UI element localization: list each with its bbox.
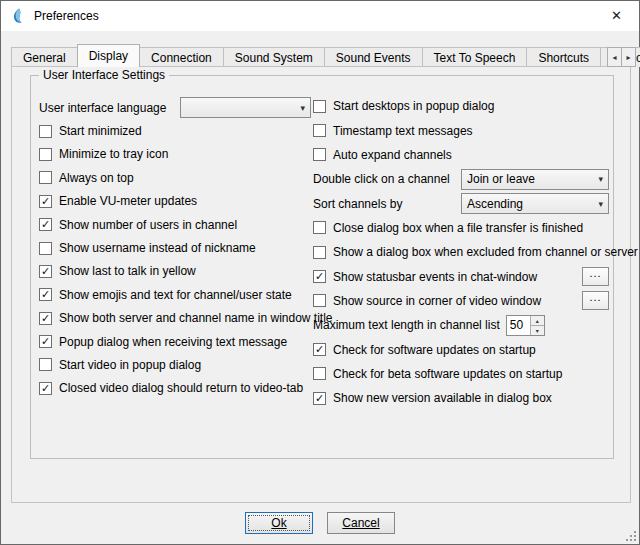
checkbox-label[interactable]: Check for beta software updates on start… [333,367,562,381]
tab-display[interactable]: Display [77,44,140,67]
checkbox-row: Timestamp text messages [313,118,609,142]
tab-sound-system[interactable]: Sound System [223,47,325,67]
checkbox-label[interactable]: Start desktops in popup dialog [333,99,494,113]
checkbox-label[interactable]: Minimize to tray icon [59,147,168,161]
tab-text-to-speech[interactable]: Text To Speech [422,47,528,67]
checkbox[interactable]: ✓ [39,288,52,301]
dialog-buttons: Ok Cancel [1,512,639,534]
app-icon [10,8,26,24]
checkbox[interactable]: ✓ [313,343,326,356]
checkbox[interactable]: ✓ [39,335,52,348]
checkbox-label[interactable]: Check for software updates on startup [333,343,536,357]
ok-button[interactable]: Ok [245,512,313,534]
checkbox-row: ✓Show new version available in dialog bo… [313,386,609,410]
chevron-down-icon: ▾ [598,174,603,184]
checkbox-row: Start video in popup dialog [39,353,311,376]
checkbox-row: Start desktops in popup dialog [313,94,609,118]
checkbox[interactable]: ✓ [313,270,326,283]
combo-value: Ascending [467,197,523,211]
checkbox-label[interactable]: Show last to talk in yellow [59,264,196,278]
spin-down-icon[interactable]: ▾ [530,326,544,335]
max-text-length-spinner[interactable]: 50 ▴ ▾ [506,315,545,336]
language-label: User interface language [39,101,166,115]
checkbox-label[interactable]: Start video in popup dialog [59,358,201,372]
checkbox-label[interactable]: Always on top [59,171,134,185]
double-click-label: Double click on a channel [313,172,450,186]
statusbar-events-more-button[interactable]: ... [582,267,609,286]
checkbox-label[interactable]: Start minimized [59,124,142,138]
tab-label: Connection [151,51,212,65]
checkbox-label[interactable]: Show source in corner of video window [333,294,541,308]
tab-label: Shortcuts [538,51,589,65]
checkbox[interactable] [313,221,326,234]
combo-value: Join or leave [467,172,535,186]
sort-channels-combobox[interactable]: Ascending ▾ [461,193,609,214]
checkbox-row: ✓Check for software updates on startup [313,337,609,361]
sort-channels-row: Sort channels by Ascending ▾ [313,191,609,215]
title-bar: Preferences ✕ [1,1,639,31]
spinner-buttons: ▴ ▾ [530,316,544,335]
checkbox-label[interactable]: Closed video dialog should return to vid… [59,381,303,395]
tab-sound-events[interactable]: Sound Events [324,47,423,67]
checkbox[interactable]: ✓ [39,312,52,325]
checkbox-label[interactable]: Show number of users in channel [59,218,237,232]
chevron-down-icon: ▾ [598,199,603,209]
checkbox[interactable] [313,148,326,161]
checkbox-label[interactable]: Close dialog box when a file transfer is… [333,221,583,235]
checkbox-label[interactable]: Show new version available in dialog box [333,391,552,405]
right-column: Start desktops in popup dialog Timestamp… [313,94,609,410]
checkbox-label[interactable]: Show both server and channel name in win… [59,311,333,325]
checkbox[interactable]: ✓ [39,218,52,231]
tab-label: General [23,51,66,65]
checkbox[interactable] [313,246,326,259]
tab-shortcuts[interactable]: Shortcuts [526,47,601,67]
language-combobox[interactable]: ▾ [180,97,311,118]
checkbox-label[interactable]: Enable VU-meter updates [59,194,197,208]
checkbox-row: ✓Closed video dialog should return to vi… [39,377,311,400]
sort-channels-label: Sort channels by [313,197,402,211]
checkbox[interactable]: ✓ [39,195,52,208]
checkbox[interactable] [313,124,326,137]
close-button[interactable]: ✕ [594,1,639,30]
checkbox[interactable] [39,242,52,255]
checkbox[interactable]: ✓ [39,382,52,395]
ok-button-label: Ok [271,516,286,530]
checkbox-row: Start minimized [39,119,311,142]
language-row: User interface language ▾ [39,96,311,119]
checkbox-label[interactable]: Show username instead of nickname [59,241,256,255]
checkbox-label[interactable]: Auto expand channels [333,148,452,162]
tab-label: Display [89,49,128,63]
checkbox[interactable]: ✓ [313,392,326,405]
checkbox-label[interactable]: Show emojis and text for channel/user st… [59,288,292,302]
checkbox[interactable] [313,100,326,113]
spinner-value: 50 [507,316,530,335]
checkbox-row: ✓Show last to talk in yellow [39,260,311,283]
tab-general[interactable]: General [11,47,78,67]
checkbox-row: Close dialog box when a file transfer is… [313,216,609,240]
cancel-button[interactable]: Cancel [327,512,395,534]
checkbox[interactable] [313,367,326,380]
video-source-more-button[interactable]: ... [582,291,609,310]
checkbox[interactable] [39,125,52,138]
group-title: User Interface Settings [39,68,169,82]
tab-connection[interactable]: Connection [139,47,224,67]
checkbox[interactable] [39,148,52,161]
checkbox-label[interactable]: Show statusbar events in chat-window [333,270,537,284]
checkbox-row: Auto expand channels [313,143,609,167]
checkbox-row: ✓Show both server and channel name in wi… [39,307,311,330]
tab-scroll-right-icon[interactable]: ▸ [621,47,636,67]
checkbox-label[interactable]: Popup dialog when receiving text message [59,335,287,349]
checkbox[interactable]: ✓ [39,265,52,278]
double-click-combobox[interactable]: Join or leave ▾ [461,169,609,190]
max-text-length-label: Maximum text length in channel list [313,318,500,332]
checkbox-label[interactable]: Show a dialog box when excluded from cha… [333,245,638,259]
tab-scroll-buttons: ◂ ▸ [607,47,636,67]
resize-grip[interactable] [625,530,637,542]
checkbox[interactable] [313,294,326,307]
checkbox[interactable] [39,358,52,371]
tab-scroll-left-icon[interactable]: ◂ [607,47,622,67]
checkbox[interactable] [39,171,52,184]
spin-up-icon[interactable]: ▴ [530,316,544,326]
display-tab-page: User Interface Settings User interface l… [11,66,631,503]
checkbox-label[interactable]: Timestamp text messages [333,124,473,138]
